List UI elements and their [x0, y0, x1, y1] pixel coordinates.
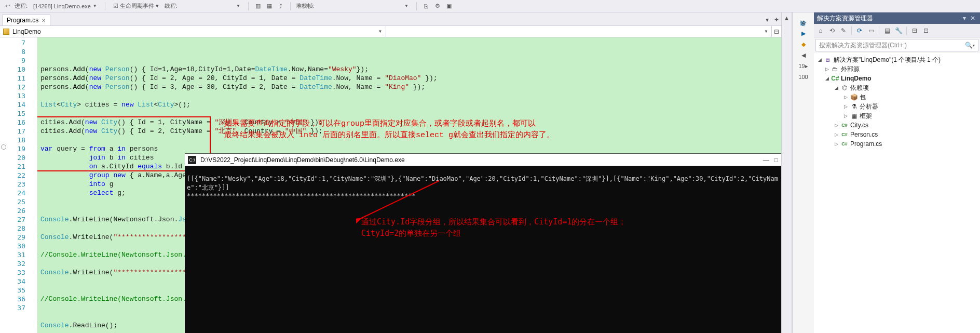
chevron-down-icon: ▼	[764, 29, 768, 34]
properties-icon[interactable]: 🔧	[894, 26, 903, 35]
console-output[interactable]: [[{"Name":"Wesky","Age":18,"CityId":1,"C…	[185, 166, 781, 333]
wand-icon[interactable]: ✎	[839, 26, 848, 35]
project-context-dropdown[interactable]: LinqDemo ▼	[0, 26, 386, 37]
chevron-down-icon: ▾	[973, 43, 975, 48]
toolbar-icon[interactable]: ▥	[254, 2, 262, 10]
collapse-icon[interactable]: ⊟	[910, 26, 919, 35]
csharp-file-icon: C#	[841, 140, 848, 148]
chevron-down-icon: ▼	[93, 4, 97, 8]
tab-options-icon[interactable]: ▾	[763, 16, 772, 25]
package-icon: 📦	[850, 94, 857, 101]
step-back-icon[interactable]: ↩	[3, 2, 11, 10]
tree-file-city[interactable]: ▷C# City.cs	[814, 121, 980, 130]
tree-dependencies[interactable]: ◢⌬ 依赖项	[814, 83, 980, 92]
code-line[interactable]	[40, 91, 781, 100]
code-line[interactable]	[40, 136, 781, 144]
back-icon[interactable]: ⟲	[827, 26, 837, 35]
view-icon[interactable]: ⊡	[921, 26, 931, 35]
gear-icon[interactable]: ✦	[772, 16, 781, 25]
solution-explorer-title[interactable]: 解决方案资源管理器 ▾ ✕	[814, 12, 980, 24]
code-line[interactable]: persons.Add(new Person() { Id=1,Age=18,C…	[40, 65, 781, 74]
code-line[interactable]: var query = from a in persons	[40, 144, 781, 153]
solution-explorer: 解决方案资源管理器 ▾ ✕ ⌂ ⟲ ✎ ⟳ ▭ ▤ 🔧 ⊟ ⊡ 搜索解决方案资	[814, 12, 980, 333]
toolbar-icon[interactable]: ⎘	[422, 2, 430, 10]
search-icon: 🔍	[965, 42, 973, 49]
tree-packages[interactable]: ▷📦 包	[814, 92, 980, 102]
sync-icon[interactable]: ⟳	[855, 26, 864, 35]
process-dropdown[interactable]: [14268] LinqDemo.exe ▼	[31, 2, 100, 10]
nav-up-icon[interactable]: ▲	[784, 15, 790, 22]
dropdown-icon[interactable]: ▾	[960, 15, 969, 22]
console-window: C:\ D:\VS2022_Project\LinqDemo\LinqDemo\…	[185, 153, 781, 333]
thread-label: 线程:	[165, 2, 178, 10]
code-line[interactable]: persons.Add(new Person() { Id = 3, Age =…	[40, 83, 781, 91]
code-line[interactable]: cities.Add(new City() { Id = 2, CityName…	[40, 127, 781, 136]
close-icon[interactable]: ✕	[969, 15, 977, 22]
breakpoint-margin-icon[interactable]	[1, 144, 6, 150]
code-editor[interactable]: 7891011121314151617181920212223242526272…	[0, 37, 781, 333]
tab-program-cs[interactable]: Program.cs ✕	[2, 15, 50, 25]
console-path: D:\VS2022_Project\LinqDemo\LinqDemo\bin\…	[200, 156, 405, 164]
csharp-file-icon: C#	[841, 122, 848, 129]
code-line[interactable]: cities.Add(new City() { Id = 1, CityName…	[40, 118, 781, 127]
code-nav-bar: LinqDemo ▼ ▼ ⊟	[0, 26, 781, 37]
expand-icon[interactable]: ▭	[866, 26, 876, 35]
toolbar-icon[interactable]: ▣	[445, 2, 453, 10]
show-all-icon[interactable]: ▤	[882, 26, 892, 35]
tree-frameworks[interactable]: ▷▦ 框架	[814, 111, 980, 121]
play-icon[interactable]: ▶	[801, 30, 806, 37]
code-line[interactable]: List<City> cities = new List<City>();	[40, 100, 781, 109]
solution-tree[interactable]: ◢⧈ 解决方案"LinqDemo"(1 个项目/共 1 个) ▷🗀 外部源 ◢C…	[814, 53, 980, 333]
dependencies-icon: ⌬	[841, 84, 848, 91]
tree-file-person[interactable]: ▷C# Person.cs	[814, 130, 980, 139]
code-line[interactable]	[40, 109, 781, 118]
line-number-gutter: 7891011121314151617181920212223242526272…	[0, 37, 37, 333]
home-icon[interactable]: ⌂	[816, 26, 825, 35]
maximize-icon[interactable]: □	[774, 156, 778, 164]
tree-project[interactable]: ◢C# LinqDemo	[814, 74, 980, 83]
chevron-down-icon: ▼	[378, 29, 383, 34]
console-titlebar[interactable]: C:\ D:\VS2022_Project\LinqDemo\LinqDemo\…	[185, 154, 781, 166]
tree-file-program[interactable]: ▷C# Program.cs	[814, 139, 980, 149]
tree-analyzers[interactable]: ▷⚗ 分析器	[814, 102, 980, 111]
console-icon: C:\	[188, 156, 196, 164]
editor-scroll-tools: ▲	[782, 12, 792, 333]
framework-icon: ▦	[850, 112, 857, 119]
toolbar-icon[interactable]: ⚙	[433, 2, 442, 10]
toolbar-icon[interactable]: ⤴	[277, 2, 285, 10]
solution-icon: ⧈	[824, 56, 832, 63]
lifecycle-dropdown[interactable]: ☑ 生命周期事件 ▾	[111, 1, 161, 11]
csharp-project-icon: C#	[832, 75, 839, 82]
process-label: 进程:	[15, 2, 28, 10]
annotation-text-2: 通过City.Id字段分组，所以结果集合可以看到，CityId=1的分在一个组；…	[361, 216, 626, 239]
stackframe-label: 堆栈帧:	[296, 2, 315, 10]
svg-line-0	[361, 181, 439, 218]
thread-dropdown[interactable]: ▼	[181, 3, 243, 9]
editor-tabbar: Program.cs ✕ ▾ ✦	[0, 12, 781, 26]
external-icon: 🗀	[832, 65, 839, 73]
analyzer-icon: ⚗	[850, 103, 857, 110]
diamond-icon: ◆	[801, 41, 806, 48]
member-dropdown[interactable]: ▼	[386, 26, 772, 37]
solution-toolbar: ⌂ ⟲ ✎ ⟳ ▭ ▤ 🔧 ⊟ ⊡	[814, 24, 980, 37]
debug-toolbar: ↩ 进程: [14268] LinqDemo.exe ▼ ☑ 生命周期事件 ▾ …	[0, 0, 980, 12]
back-icon[interactable]: ◀	[801, 52, 806, 59]
solution-search[interactable]: 搜索解决方案资源管理器(Ctrl+;) 🔍 ▾	[815, 39, 978, 51]
tree-solution-root[interactable]: ◢⧈ 解决方案"LinqDemo"(1 个项目/共 1 个)	[814, 55, 980, 64]
code-line[interactable]: persons.Add(new Person() { Id = 2, Age =…	[40, 74, 781, 83]
close-icon[interactable]: ✕	[42, 18, 46, 23]
minimize-icon[interactable]: —	[763, 156, 769, 164]
stackframe-dropdown[interactable]: ▼	[318, 3, 411, 9]
toolbar-icon[interactable]: ▦	[265, 2, 274, 10]
split-icon[interactable]: ⊟	[772, 28, 781, 35]
csharp-file-icon: C#	[841, 131, 848, 138]
diagnostics-margin: 诊断 4 ▶ ◆ ◀ 19▸ 100	[792, 12, 814, 333]
project-icon	[3, 29, 9, 35]
tree-external[interactable]: ▷🗀 外部源	[814, 64, 980, 74]
